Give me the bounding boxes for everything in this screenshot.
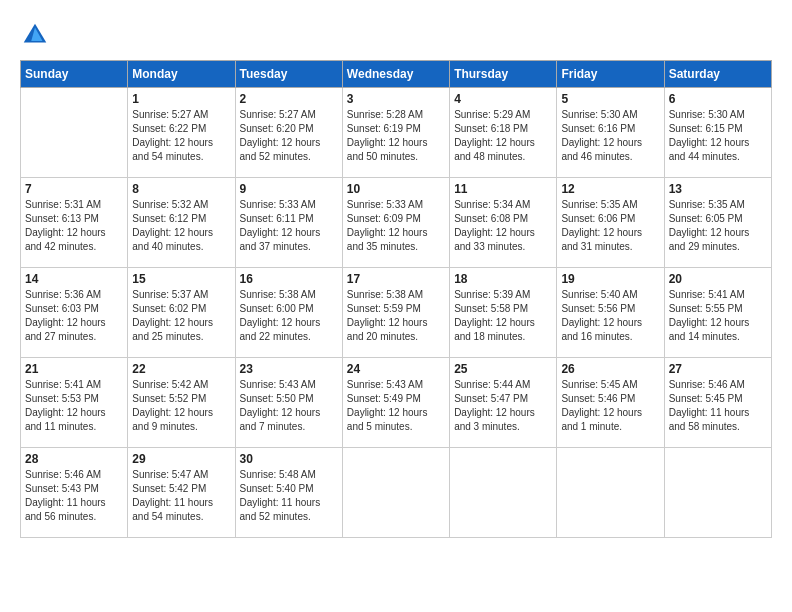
day-number: 24	[347, 362, 445, 376]
day-number: 26	[561, 362, 659, 376]
calendar-day-cell: 18Sunrise: 5:39 AMSunset: 5:58 PMDayligh…	[450, 268, 557, 358]
calendar-day-cell: 23Sunrise: 5:43 AMSunset: 5:50 PMDayligh…	[235, 358, 342, 448]
day-info: Sunrise: 5:31 AMSunset: 6:13 PMDaylight:…	[25, 198, 123, 254]
day-info: Sunrise: 5:46 AMSunset: 5:45 PMDaylight:…	[669, 378, 767, 434]
day-info: Sunrise: 5:35 AMSunset: 6:05 PMDaylight:…	[669, 198, 767, 254]
day-number: 5	[561, 92, 659, 106]
calendar-week-row: 1Sunrise: 5:27 AMSunset: 6:22 PMDaylight…	[21, 88, 772, 178]
day-info: Sunrise: 5:40 AMSunset: 5:56 PMDaylight:…	[561, 288, 659, 344]
day-number: 6	[669, 92, 767, 106]
day-number: 20	[669, 272, 767, 286]
calendar-day-cell: 30Sunrise: 5:48 AMSunset: 5:40 PMDayligh…	[235, 448, 342, 538]
day-info: Sunrise: 5:32 AMSunset: 6:12 PMDaylight:…	[132, 198, 230, 254]
day-info: Sunrise: 5:33 AMSunset: 6:11 PMDaylight:…	[240, 198, 338, 254]
day-number: 28	[25, 452, 123, 466]
calendar-day-cell: 13Sunrise: 5:35 AMSunset: 6:05 PMDayligh…	[664, 178, 771, 268]
calendar-week-row: 7Sunrise: 5:31 AMSunset: 6:13 PMDaylight…	[21, 178, 772, 268]
day-info: Sunrise: 5:27 AMSunset: 6:22 PMDaylight:…	[132, 108, 230, 164]
day-number: 22	[132, 362, 230, 376]
day-number: 17	[347, 272, 445, 286]
day-info: Sunrise: 5:46 AMSunset: 5:43 PMDaylight:…	[25, 468, 123, 524]
calendar-weekday: Tuesday	[235, 61, 342, 88]
calendar-day-cell: 19Sunrise: 5:40 AMSunset: 5:56 PMDayligh…	[557, 268, 664, 358]
day-info: Sunrise: 5:43 AMSunset: 5:50 PMDaylight:…	[240, 378, 338, 434]
calendar-day-cell: 6Sunrise: 5:30 AMSunset: 6:15 PMDaylight…	[664, 88, 771, 178]
calendar-week-row: 21Sunrise: 5:41 AMSunset: 5:53 PMDayligh…	[21, 358, 772, 448]
day-info: Sunrise: 5:28 AMSunset: 6:19 PMDaylight:…	[347, 108, 445, 164]
day-number: 29	[132, 452, 230, 466]
calendar-day-cell: 10Sunrise: 5:33 AMSunset: 6:09 PMDayligh…	[342, 178, 449, 268]
day-info: Sunrise: 5:39 AMSunset: 5:58 PMDaylight:…	[454, 288, 552, 344]
page-header	[20, 20, 772, 50]
calendar-day-cell: 2Sunrise: 5:27 AMSunset: 6:20 PMDaylight…	[235, 88, 342, 178]
calendar-day-cell: 5Sunrise: 5:30 AMSunset: 6:16 PMDaylight…	[557, 88, 664, 178]
day-number: 27	[669, 362, 767, 376]
calendar-table: SundayMondayTuesdayWednesdayThursdayFrid…	[20, 60, 772, 538]
day-number: 10	[347, 182, 445, 196]
calendar-weekday: Monday	[128, 61, 235, 88]
calendar-day-cell	[664, 448, 771, 538]
day-info: Sunrise: 5:29 AMSunset: 6:18 PMDaylight:…	[454, 108, 552, 164]
day-number: 2	[240, 92, 338, 106]
day-info: Sunrise: 5:30 AMSunset: 6:15 PMDaylight:…	[669, 108, 767, 164]
day-number: 14	[25, 272, 123, 286]
day-number: 7	[25, 182, 123, 196]
day-info: Sunrise: 5:30 AMSunset: 6:16 PMDaylight:…	[561, 108, 659, 164]
calendar-day-cell: 11Sunrise: 5:34 AMSunset: 6:08 PMDayligh…	[450, 178, 557, 268]
day-number: 25	[454, 362, 552, 376]
day-info: Sunrise: 5:37 AMSunset: 6:02 PMDaylight:…	[132, 288, 230, 344]
calendar-day-cell: 25Sunrise: 5:44 AMSunset: 5:47 PMDayligh…	[450, 358, 557, 448]
calendar-week-row: 14Sunrise: 5:36 AMSunset: 6:03 PMDayligh…	[21, 268, 772, 358]
calendar-day-cell: 3Sunrise: 5:28 AMSunset: 6:19 PMDaylight…	[342, 88, 449, 178]
logo	[20, 20, 54, 50]
day-info: Sunrise: 5:35 AMSunset: 6:06 PMDaylight:…	[561, 198, 659, 254]
calendar-day-cell: 12Sunrise: 5:35 AMSunset: 6:06 PMDayligh…	[557, 178, 664, 268]
calendar-day-cell	[21, 88, 128, 178]
day-info: Sunrise: 5:43 AMSunset: 5:49 PMDaylight:…	[347, 378, 445, 434]
day-info: Sunrise: 5:42 AMSunset: 5:52 PMDaylight:…	[132, 378, 230, 434]
calendar-day-cell	[557, 448, 664, 538]
calendar-day-cell: 15Sunrise: 5:37 AMSunset: 6:02 PMDayligh…	[128, 268, 235, 358]
calendar-day-cell: 20Sunrise: 5:41 AMSunset: 5:55 PMDayligh…	[664, 268, 771, 358]
day-info: Sunrise: 5:48 AMSunset: 5:40 PMDaylight:…	[240, 468, 338, 524]
day-info: Sunrise: 5:44 AMSunset: 5:47 PMDaylight:…	[454, 378, 552, 434]
day-number: 11	[454, 182, 552, 196]
calendar-weekday: Wednesday	[342, 61, 449, 88]
day-number: 19	[561, 272, 659, 286]
day-info: Sunrise: 5:45 AMSunset: 5:46 PMDaylight:…	[561, 378, 659, 434]
day-info: Sunrise: 5:33 AMSunset: 6:09 PMDaylight:…	[347, 198, 445, 254]
calendar-day-cell: 27Sunrise: 5:46 AMSunset: 5:45 PMDayligh…	[664, 358, 771, 448]
calendar-day-cell: 26Sunrise: 5:45 AMSunset: 5:46 PMDayligh…	[557, 358, 664, 448]
calendar-day-cell: 16Sunrise: 5:38 AMSunset: 6:00 PMDayligh…	[235, 268, 342, 358]
day-number: 21	[25, 362, 123, 376]
calendar-day-cell	[342, 448, 449, 538]
day-number: 16	[240, 272, 338, 286]
calendar-day-cell: 22Sunrise: 5:42 AMSunset: 5:52 PMDayligh…	[128, 358, 235, 448]
calendar-day-cell: 8Sunrise: 5:32 AMSunset: 6:12 PMDaylight…	[128, 178, 235, 268]
day-info: Sunrise: 5:38 AMSunset: 5:59 PMDaylight:…	[347, 288, 445, 344]
logo-icon	[20, 20, 50, 50]
day-number: 18	[454, 272, 552, 286]
day-info: Sunrise: 5:41 AMSunset: 5:55 PMDaylight:…	[669, 288, 767, 344]
calendar-day-cell: 4Sunrise: 5:29 AMSunset: 6:18 PMDaylight…	[450, 88, 557, 178]
day-info: Sunrise: 5:34 AMSunset: 6:08 PMDaylight:…	[454, 198, 552, 254]
day-number: 12	[561, 182, 659, 196]
day-number: 1	[132, 92, 230, 106]
calendar-weekday: Thursday	[450, 61, 557, 88]
day-number: 4	[454, 92, 552, 106]
calendar-weekday: Friday	[557, 61, 664, 88]
day-number: 13	[669, 182, 767, 196]
day-number: 30	[240, 452, 338, 466]
day-info: Sunrise: 5:36 AMSunset: 6:03 PMDaylight:…	[25, 288, 123, 344]
calendar-day-cell: 21Sunrise: 5:41 AMSunset: 5:53 PMDayligh…	[21, 358, 128, 448]
calendar-day-cell: 1Sunrise: 5:27 AMSunset: 6:22 PMDaylight…	[128, 88, 235, 178]
day-info: Sunrise: 5:41 AMSunset: 5:53 PMDaylight:…	[25, 378, 123, 434]
calendar-weekday: Saturday	[664, 61, 771, 88]
day-number: 9	[240, 182, 338, 196]
calendar-weekday: Sunday	[21, 61, 128, 88]
day-number: 3	[347, 92, 445, 106]
calendar-day-cell	[450, 448, 557, 538]
calendar-day-cell: 17Sunrise: 5:38 AMSunset: 5:59 PMDayligh…	[342, 268, 449, 358]
calendar-day-cell: 29Sunrise: 5:47 AMSunset: 5:42 PMDayligh…	[128, 448, 235, 538]
calendar-header-row: SundayMondayTuesdayWednesdayThursdayFrid…	[21, 61, 772, 88]
